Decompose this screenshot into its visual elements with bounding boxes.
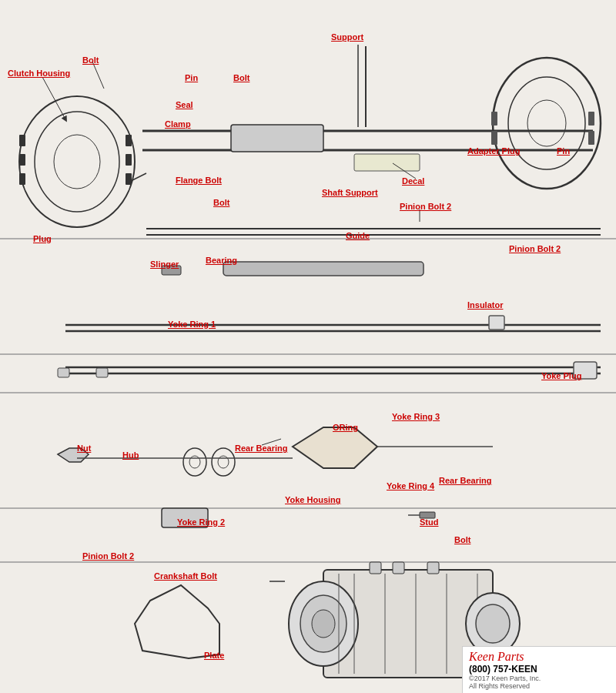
label-yoke-ring-2[interactable]: Yoke Ring 2 (177, 517, 225, 527)
label-plate[interactable]: Plate (204, 651, 224, 660)
svg-rect-14 (19, 173, 25, 185)
label-crankshaft-bolt[interactable]: Crankshaft Bolt (154, 571, 217, 581)
label-clamp[interactable]: Clamp (165, 119, 191, 129)
svg-rect-13 (19, 154, 25, 166)
svg-rect-17 (126, 173, 132, 185)
svg-rect-57 (58, 368, 69, 377)
label-bolt-1[interactable]: Bolt (82, 55, 99, 65)
label-yoke-housing[interactable]: Yoke Housing (285, 495, 341, 504)
label-yoke-ring-3[interactable]: Yoke Ring 3 (392, 412, 440, 421)
svg-rect-12 (19, 135, 25, 146)
label-flange-bolt[interactable]: Flange Bolt (176, 176, 222, 185)
label-hub[interactable]: Hub (122, 450, 139, 460)
svg-rect-15 (126, 135, 132, 146)
parts-diagram (0, 0, 616, 693)
label-stud[interactable]: Stud (420, 517, 438, 527)
svg-rect-50 (489, 316, 504, 330)
label-decal[interactable]: Decal (402, 176, 424, 186)
label-pinion-bolt-2a[interactable]: Pinion Bolt 2 (400, 202, 451, 211)
label-yoke-plug[interactable]: Yoke Plug (541, 371, 581, 380)
label-bolt-2[interactable]: Bolt (233, 73, 249, 82)
phone-number: (800) 757-KEEN (469, 664, 610, 675)
svg-rect-104 (393, 562, 404, 574)
svg-rect-105 (427, 562, 439, 574)
label-oring[interactable]: ORing (333, 423, 358, 432)
svg-rect-23 (491, 112, 497, 126)
svg-rect-24 (491, 131, 497, 145)
label-support[interactable]: Support (331, 32, 363, 42)
svg-point-96 (312, 610, 335, 638)
label-rear-bearing-1[interactable]: Rear Bearing (235, 444, 287, 453)
svg-rect-41 (223, 262, 424, 276)
label-rear-bearing-2[interactable]: Rear Bearing (439, 476, 491, 485)
label-bolt-4[interactable]: Bolt (454, 535, 470, 544)
label-shaft-support[interactable]: Shaft Support (322, 188, 378, 197)
rights-text: All Rights Reserved (469, 682, 610, 690)
label-insulator[interactable]: Insulator (467, 300, 503, 310)
svg-rect-25 (588, 112, 594, 126)
svg-rect-103 (370, 562, 381, 574)
label-nut[interactable]: Nut (77, 444, 91, 453)
diagram-container: Clutch Housing Bolt Pin Bolt Support Sea… (0, 0, 616, 693)
svg-point-107 (476, 604, 510, 643)
label-pin-1[interactable]: Pin (185, 73, 198, 82)
label-yoke-ring-1[interactable]: Yoke Ring 1 (168, 320, 216, 329)
svg-rect-26 (588, 131, 594, 145)
svg-rect-27 (231, 125, 323, 152)
label-pinion-bolt-2c[interactable]: Pinion Bolt 2 (82, 551, 134, 561)
label-pinion-bolt-2b[interactable]: Pinion Bolt 2 (509, 244, 561, 253)
label-seal[interactable]: Seal (176, 100, 193, 109)
label-bearing[interactable]: Bearing (206, 256, 237, 265)
label-guide[interactable]: Guide (346, 231, 370, 240)
svg-rect-28 (354, 154, 420, 171)
label-plug[interactable]: Plug (33, 234, 52, 243)
label-bolt-3[interactable]: Bolt (213, 198, 229, 207)
label-pin-2[interactable]: Pin (557, 146, 570, 156)
label-clutch-housing[interactable]: Clutch Housing (8, 69, 70, 78)
copyright-text: ©2017 Keen Parts, Inc. (469, 675, 610, 682)
svg-rect-58 (96, 368, 108, 377)
footer: Keen Parts (800) 757-KEEN ©2017 Keen Par… (462, 646, 616, 693)
brand-logo: Keen Parts (469, 650, 610, 664)
svg-rect-16 (126, 154, 132, 166)
label-adapter-plug[interactable]: Adapter Plug (467, 146, 520, 156)
label-yoke-ring-4[interactable]: Yoke Ring 4 (387, 481, 434, 490)
label-slinger[interactable]: Slinger (150, 259, 179, 269)
